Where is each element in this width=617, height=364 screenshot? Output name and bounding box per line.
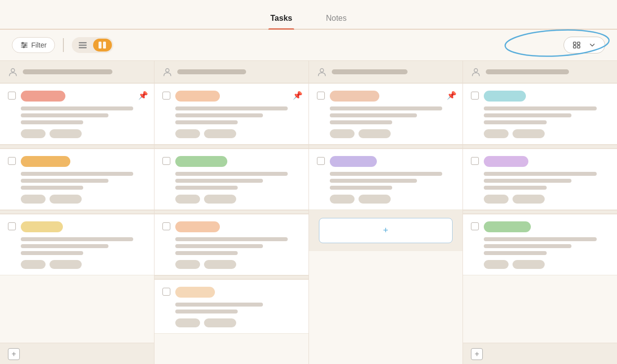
content-line — [484, 251, 546, 255]
card-lines — [330, 172, 455, 190]
column-2: 📌 — [154, 60, 309, 364]
card-4-3[interactable] — [463, 214, 617, 275]
add-task-button[interactable]: + — [471, 348, 483, 360]
tab-notes[interactable]: Notes — [324, 9, 349, 29]
content-line — [175, 106, 288, 110]
col-header-name-line — [177, 69, 246, 74]
tabs-bar: Tasks Notes — [0, 0, 617, 30]
content-line — [484, 113, 571, 117]
add-task-button[interactable]: + — [8, 348, 20, 360]
card-lines — [21, 106, 146, 124]
task-checkbox[interactable] — [162, 92, 170, 100]
content-line — [21, 179, 108, 183]
new-task-section-3: + — [309, 210, 463, 251]
task-tag — [21, 91, 65, 102]
task-checkbox[interactable] — [317, 92, 325, 100]
content-line — [330, 179, 417, 183]
filter-button[interactable]: Filter — [12, 37, 55, 53]
card-top — [317, 91, 455, 102]
card-2-4[interactable] — [154, 279, 308, 334]
card-footer — [330, 129, 455, 138]
card-1-1[interactable]: 📌 — [0, 83, 154, 145]
card-lines — [175, 303, 301, 313]
person-icon — [8, 67, 18, 77]
svg-rect-12 — [573, 42, 576, 45]
card-4-1[interactable] — [463, 83, 617, 145]
col-header-name-line — [332, 69, 408, 74]
content-line — [21, 244, 108, 248]
add-task-row-1: + — [0, 343, 154, 364]
board: 📌 + 📌 — [0, 60, 617, 364]
card-lines — [175, 172, 301, 190]
content-line — [175, 186, 238, 190]
card-lines — [484, 106, 609, 124]
svg-rect-14 — [577, 42, 580, 45]
card-top — [8, 91, 146, 102]
content-line — [175, 120, 238, 124]
svg-point-17 — [11, 69, 15, 72]
task-checkbox[interactable] — [8, 92, 16, 100]
pin-icon: 📌 — [447, 91, 457, 100]
col-header-name-line — [23, 69, 112, 74]
plus-icon: + — [383, 225, 389, 236]
toolbar-left: Filter — [12, 37, 113, 53]
content-line — [175, 179, 263, 183]
footer-tag — [330, 195, 355, 204]
task-checkbox[interactable] — [162, 157, 170, 165]
card-footer — [484, 129, 609, 138]
content-line — [175, 251, 238, 255]
content-line — [175, 303, 263, 307]
task-tag — [484, 156, 528, 167]
group-by-icon — [573, 41, 581, 49]
task-checkbox[interactable] — [471, 222, 479, 230]
card-lines — [484, 237, 609, 255]
svg-rect-10 — [99, 42, 102, 49]
card-2-3[interactable] — [154, 214, 308, 275]
card-footer — [330, 195, 455, 204]
footer-tag — [50, 129, 82, 138]
content-line — [175, 113, 263, 117]
card-1-2[interactable] — [0, 149, 154, 210]
task-tag — [484, 91, 526, 102]
group-by-button[interactable] — [564, 37, 605, 53]
footer-tag — [484, 195, 509, 204]
card-top — [471, 91, 609, 102]
task-checkbox[interactable] — [8, 222, 16, 230]
list-view-button[interactable] — [73, 39, 92, 52]
task-checkbox[interactable] — [471, 92, 479, 100]
card-footer — [484, 260, 609, 269]
col-header-3 — [309, 60, 463, 83]
svg-point-20 — [474, 69, 478, 72]
task-checkbox[interactable] — [317, 157, 325, 165]
svg-rect-7 — [79, 42, 87, 44]
task-checkbox[interactable] — [8, 157, 16, 165]
tab-tasks[interactable]: Tasks — [268, 9, 294, 29]
content-line — [484, 244, 571, 248]
task-checkbox[interactable] — [162, 222, 170, 230]
card-2-2[interactable] — [154, 149, 308, 210]
card-separator — [463, 210, 617, 214]
card-footer — [175, 260, 301, 269]
card-3-1[interactable]: 📌 — [309, 83, 463, 145]
footer-tag — [21, 129, 46, 138]
card-lines — [484, 172, 609, 190]
card-footer — [175, 129, 301, 138]
task-checkbox[interactable] — [162, 288, 170, 296]
content-line — [175, 237, 288, 241]
card-2-1[interactable]: 📌 — [154, 83, 308, 145]
footer-tag — [50, 195, 82, 204]
card-3-2[interactable] — [309, 149, 463, 210]
card-footer — [21, 195, 146, 204]
task-checkbox[interactable] — [471, 157, 479, 165]
view-toggle — [72, 37, 113, 53]
footer-tag — [204, 318, 236, 327]
board-view-button[interactable] — [93, 39, 112, 52]
svg-rect-8 — [79, 45, 87, 46]
column-1: 📌 + — [0, 60, 154, 364]
cards-list-4 — [463, 83, 617, 343]
board-view-icon — [98, 41, 107, 49]
new-task-card-3[interactable]: + — [319, 218, 453, 243]
card-1-3[interactable] — [0, 214, 154, 275]
card-4-2[interactable] — [463, 149, 617, 210]
footer-tag — [175, 260, 200, 269]
